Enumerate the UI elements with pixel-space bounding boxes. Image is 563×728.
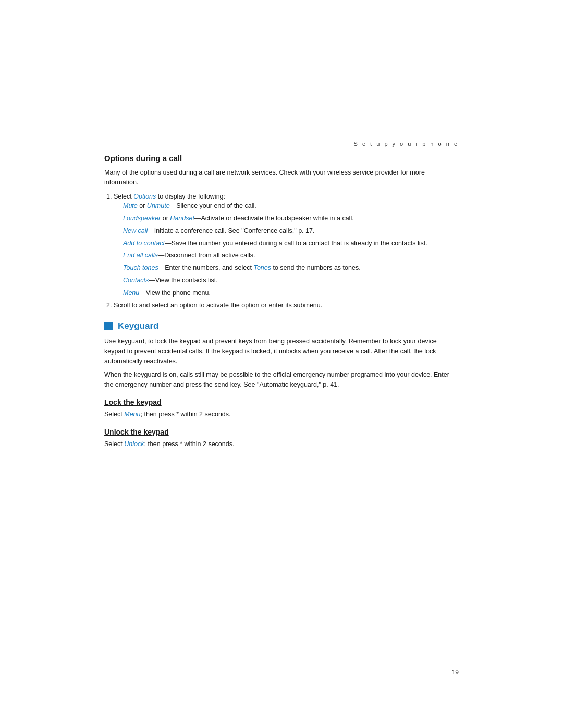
- list-item: Contacts—View the contacts list.: [123, 276, 459, 286]
- unlock-keypad-title: Unlock the keypad: [104, 428, 459, 436]
- list-item: Loudspeaker or Handset—Activate or deact…: [123, 214, 459, 224]
- mute-rest: —Silence your end of the call.: [170, 202, 256, 209]
- separator: or: [161, 215, 170, 222]
- list-item: Add to contact—Save the number you enter…: [123, 239, 459, 249]
- list-item: Menu—View the phone menu.: [123, 288, 459, 298]
- unmute-link[interactable]: Unmute: [147, 202, 170, 209]
- lock-prefix: Select: [104, 411, 124, 418]
- unlock-prefix: Select: [104, 440, 124, 448]
- new-call-rest: —Initiate a conference call. See "Confer…: [148, 227, 314, 235]
- tones-link[interactable]: Tones: [253, 264, 271, 272]
- options-link[interactable]: Options: [133, 193, 156, 200]
- list-item: Touch tones—Enter the numbers, and selec…: [123, 263, 459, 273]
- mute-link[interactable]: Mute: [123, 202, 138, 209]
- list-item: Mute or Unmute—Silence your end of the c…: [123, 201, 459, 211]
- keyguard-title-row: Keyguard: [104, 321, 459, 331]
- lock-suffix: ; then press * within 2 seconds.: [141, 411, 231, 418]
- new-call-link[interactable]: New call: [123, 227, 148, 235]
- lock-keypad-title: Lock the keypad: [104, 398, 459, 406]
- lock-keypad-section: Lock the keypad Select Menu; then press …: [104, 398, 459, 419]
- options-during-call-section: Options during a call Many of the option…: [104, 154, 459, 311]
- options-bullet-list: Mute or Unmute—Silence your end of the c…: [123, 201, 459, 298]
- separator: or: [138, 202, 147, 209]
- main-content: Options during a call Many of the option…: [104, 154, 459, 453]
- page-number: 19: [452, 669, 459, 676]
- handset-link[interactable]: Handset: [170, 215, 194, 222]
- options-intro: Many of the options used during a call a…: [104, 168, 459, 188]
- unlock-suffix: ; then press * within 2 seconds.: [144, 440, 234, 448]
- keyguard-section: Keyguard Use keyguard, to lock the keypa…: [104, 321, 459, 390]
- lock-menu-link[interactable]: Menu: [124, 411, 140, 418]
- keyguard-title: Keyguard: [118, 321, 158, 331]
- loudspeaker-rest: —Activate or deactivate the loudspeaker …: [194, 215, 354, 222]
- list-item: New call—Initiate a conference call. See…: [123, 226, 459, 236]
- touch-tones-rest-suffix: to send the numbers as tones.: [271, 264, 361, 272]
- unlock-link[interactable]: Unlock: [124, 440, 144, 448]
- options-numbered-list: Select Options to display the following:…: [114, 192, 459, 311]
- contacts-link[interactable]: Contacts: [123, 277, 149, 284]
- add-to-contact-link[interactable]: Add to contact: [123, 240, 165, 247]
- chapter-header: S e t u p y o u r p h o n e: [354, 141, 459, 147]
- list-item: Scroll to and select an option to activa…: [114, 301, 459, 311]
- list-item: Select Options to display the following:…: [114, 192, 459, 298]
- list-item: End all calls—Disconnect from all active…: [123, 251, 459, 261]
- blue-square-icon: [104, 322, 113, 330]
- loudspeaker-link[interactable]: Loudspeaker: [123, 215, 161, 222]
- keyguard-para2: When the keyguard is on, calls still may…: [104, 370, 459, 390]
- lock-keypad-body: Select Menu; then press * within 2 secon…: [104, 410, 459, 419]
- contacts-rest: —View the contacts list.: [149, 277, 217, 284]
- options-title: Options during a call: [104, 154, 459, 163]
- step1-suffix: to display the following:: [156, 193, 225, 200]
- unlock-keypad-body: Select Unlock; then press * within 2 sec…: [104, 439, 459, 449]
- step1-prefix: Select: [114, 193, 133, 200]
- menu-rest: —View the phone menu.: [139, 289, 211, 297]
- keyguard-para1: Use keyguard, to lock the keypad and pre…: [104, 337, 459, 366]
- page: S e t u p y o u r p h o n e Options duri…: [0, 0, 563, 728]
- add-to-contact-rest: —Save the number you entered during a ca…: [165, 240, 427, 247]
- menu-link[interactable]: Menu: [123, 289, 139, 297]
- touch-tones-link[interactable]: Touch tones: [123, 264, 158, 272]
- end-all-calls-rest: —Disconnect from all active calls.: [158, 252, 255, 259]
- touch-tones-rest-prefix: —Enter the numbers, and select: [158, 264, 254, 272]
- unlock-keypad-section: Unlock the keypad Select Unlock; then pr…: [104, 428, 459, 449]
- end-all-calls-link[interactable]: End all calls: [123, 252, 158, 259]
